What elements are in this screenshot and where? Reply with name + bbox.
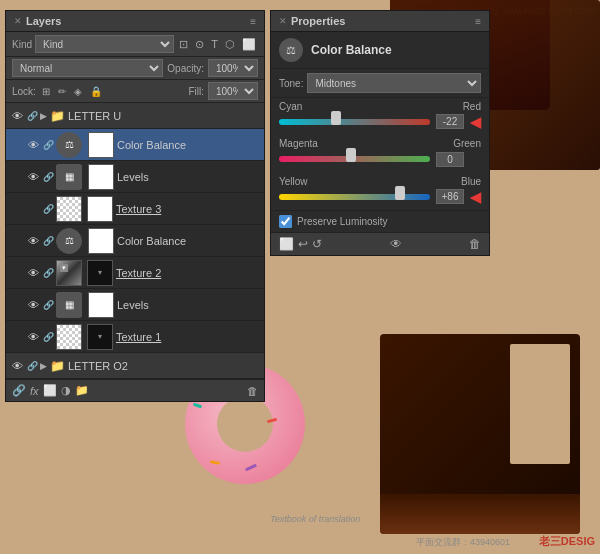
yellow-blue-thumb[interactable]: [395, 186, 405, 200]
cb1-link[interactable]: 🔗: [43, 138, 53, 152]
icon-type[interactable]: T: [209, 38, 220, 50]
cb2-eye[interactable]: 👁: [26, 234, 40, 248]
link-layers-icon[interactable]: 🔗: [12, 384, 26, 397]
layers-kind-row: Kind Kind ⊡ ⊙ T ⬡ ⬜: [6, 32, 264, 57]
cb2-name: Color Balance: [117, 235, 260, 247]
group-o2-link[interactable]: 🔗: [27, 361, 38, 371]
properties-panel: ✕ Properties ≡ ⚖ Color Balance Tone: Mid…: [270, 10, 490, 256]
magenta-green-value[interactable]: 0: [436, 152, 464, 167]
levels1-eye[interactable]: 👁: [26, 170, 40, 184]
cb1-thumb: [88, 132, 114, 158]
cb1-name: Color Balance: [117, 139, 260, 151]
layers-close-icon[interactable]: ✕: [14, 16, 22, 26]
preserve-checkbox[interactable]: [279, 215, 292, 228]
tex1-link[interactable]: 🔗: [43, 330, 53, 344]
layers-panel-title: Layers: [26, 15, 61, 27]
lock-label: Lock:: [12, 86, 36, 97]
preserve-label: Preserve Luminosity: [297, 216, 388, 227]
icon-pixel[interactable]: ⊡: [177, 38, 190, 51]
cyan-red-track[interactable]: [279, 119, 430, 125]
tex3-thumb: [56, 196, 82, 222]
icon-adjust[interactable]: ⊙: [193, 38, 206, 51]
layer-levels-1[interactable]: 👁 🔗 ▦ Levels: [6, 161, 264, 193]
yellow-blue-track[interactable]: [279, 194, 430, 200]
community-text: 平面交流群：43940601: [416, 536, 510, 549]
layer-color-balance-1[interactable]: 👁 🔗 ⚖ Color Balance: [6, 129, 264, 161]
tex3-eye[interactable]: 👁: [26, 202, 40, 216]
icon-shape[interactable]: ⬡: [223, 38, 237, 51]
lock-paint-icon[interactable]: ✏: [58, 86, 66, 97]
layer-texture-1[interactable]: 👁 🔗 ▾ Texture 1: [6, 321, 264, 353]
mg-arrow-placeholder: ◀: [470, 151, 481, 167]
layer-levels-2[interactable]: 👁 🔗 ▦ Levels: [6, 289, 264, 321]
group-o2-eye[interactable]: 👁: [10, 359, 24, 373]
tex3-link[interactable]: 🔗: [43, 202, 53, 216]
cb2-thumb-adjust: ⚖: [56, 228, 82, 254]
magenta-green-thumb[interactable]: [346, 148, 356, 162]
lock-pixel-icon[interactable]: ◈: [74, 86, 82, 97]
lock-fill-row: Lock: ⊞ ✏ ◈ 🔒 Fill: 100%: [6, 80, 264, 103]
tex2-link[interactable]: 🔗: [43, 266, 53, 280]
tex1-thumb: [56, 324, 82, 350]
kind-select[interactable]: Kind: [35, 35, 174, 53]
cyan-red-arrow: ◀: [470, 115, 481, 129]
fill-select[interactable]: 100%: [208, 82, 258, 100]
cb-section-title: Color Balance: [311, 43, 392, 57]
props-reset-icon[interactable]: ↺: [312, 237, 322, 251]
layers-menu-icon[interactable]: ≡: [250, 16, 256, 27]
props-clip-icon[interactable]: ⬜: [279, 237, 294, 251]
icon-smart[interactable]: ⬜: [240, 38, 258, 51]
blend-mode-select[interactable]: Normal: [12, 59, 163, 77]
add-mask-icon[interactable]: ⬜: [43, 384, 57, 397]
blue-label: Blue: [461, 176, 481, 187]
fill-label: Fill:: [188, 86, 204, 97]
cb2-link[interactable]: 🔗: [43, 234, 53, 248]
layer-texture-3[interactable]: 👁 🔗 Texture 3: [6, 193, 264, 225]
opacity-label: Opacity:: [167, 63, 204, 74]
red-label: Red: [463, 101, 481, 112]
delete-layer-icon[interactable]: 🗑: [247, 385, 258, 397]
opacity-select[interactable]: 100%: [208, 59, 258, 77]
tone-select[interactable]: Midtones: [307, 73, 481, 93]
magenta-label: Magenta: [279, 138, 318, 149]
yellow-blue-value[interactable]: +86: [436, 189, 464, 204]
props-back-icon[interactable]: ↩: [298, 237, 308, 251]
kind-label: Kind: [12, 39, 32, 50]
group-u-link[interactable]: 🔗: [27, 111, 38, 121]
yellow-label: Yellow: [279, 176, 308, 187]
props-close-icon[interactable]: ✕: [279, 16, 287, 26]
layer-texture-2[interactable]: 👁 🔗 ▾ ▾ Texture 2: [6, 257, 264, 289]
new-group-icon[interactable]: 📁: [75, 384, 89, 397]
yellow-blue-slider-row: Yellow Blue +86 ◀: [271, 173, 489, 210]
fx-icon[interactable]: fx: [30, 385, 39, 397]
cyan-red-value[interactable]: -22: [436, 114, 464, 129]
lock-pos-icon[interactable]: ⊞: [42, 86, 50, 97]
group-o2-folder: 📁: [50, 359, 65, 373]
adjustment-icon[interactable]: ◑: [61, 384, 71, 397]
cyan-red-thumb[interactable]: [331, 111, 341, 125]
levels2-thumb-adjust: ▦: [56, 292, 82, 318]
color-balance-title-row: ⚖ Color Balance: [271, 32, 489, 69]
tex1-eye[interactable]: 👁: [26, 330, 40, 344]
levels2-thumb: [88, 292, 114, 318]
levels1-link[interactable]: 🔗: [43, 170, 53, 184]
properties-panel-title: Properties: [291, 15, 345, 27]
cb1-eye[interactable]: 👁: [26, 138, 40, 152]
props-menu-icon[interactable]: ≡: [475, 16, 481, 27]
group-u-triangle[interactable]: ▶: [40, 111, 47, 121]
group-letter-u[interactable]: 👁 🔗 ▶ 📁 LETTER U: [6, 103, 264, 129]
props-eye-icon[interactable]: 👁: [390, 237, 402, 251]
levels2-eye[interactable]: 👁: [26, 298, 40, 312]
props-delete-icon[interactable]: 🗑: [469, 237, 481, 251]
levels2-link[interactable]: 🔗: [43, 298, 53, 312]
group-letter-o2[interactable]: 👁 🔗 ▶ 📁 LETTER O2: [6, 353, 264, 379]
tex2-name: Texture 2: [116, 267, 260, 279]
group-o2-triangle[interactable]: ▶: [40, 361, 47, 371]
tex2-eye[interactable]: 👁: [26, 266, 40, 280]
cyan-label: Cyan: [279, 101, 302, 112]
group-u-eye[interactable]: 👁: [10, 109, 24, 123]
preserve-luminosity-row: Preserve Luminosity: [271, 210, 489, 232]
lock-all-icon[interactable]: 🔒: [90, 86, 102, 97]
layer-color-balance-2[interactable]: 👁 🔗 ⚖ Color Balance: [6, 225, 264, 257]
tex1-mask: ▾: [87, 324, 113, 350]
